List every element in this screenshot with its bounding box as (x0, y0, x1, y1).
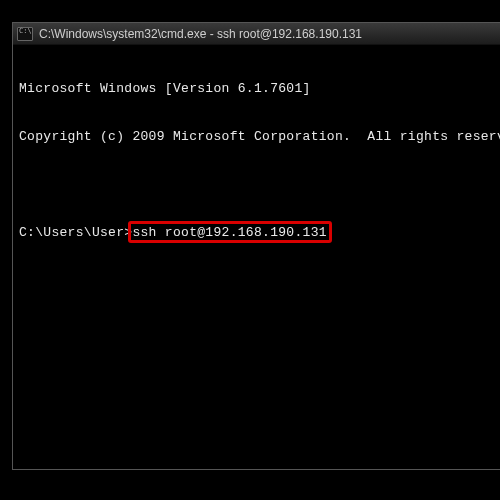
blank-line (19, 177, 500, 193)
text-cursor (327, 226, 335, 240)
console-area[interactable]: Microsoft Windows [Version 6.1.7601] Cop… (13, 45, 500, 277)
typed-command: ssh root@192.168.190.131 (132, 225, 326, 240)
banner-line-2: Copyright (c) 2009 Microsoft Corporation… (19, 129, 500, 145)
cmd-icon (17, 27, 33, 41)
titlebar[interactable]: C:\Windows\system32\cmd.exe - ssh root@1… (13, 23, 500, 45)
cmd-window: C:\Windows\system32\cmd.exe - ssh root@1… (12, 22, 500, 470)
prompt-line: C:\Users\User>ssh root@192.168.190.131 (19, 225, 500, 241)
window-title: C:\Windows\system32\cmd.exe - ssh root@1… (39, 27, 362, 41)
prompt-text: C:\Users\User> (19, 225, 132, 240)
banner-line-1: Microsoft Windows [Version 6.1.7601] (19, 81, 500, 97)
